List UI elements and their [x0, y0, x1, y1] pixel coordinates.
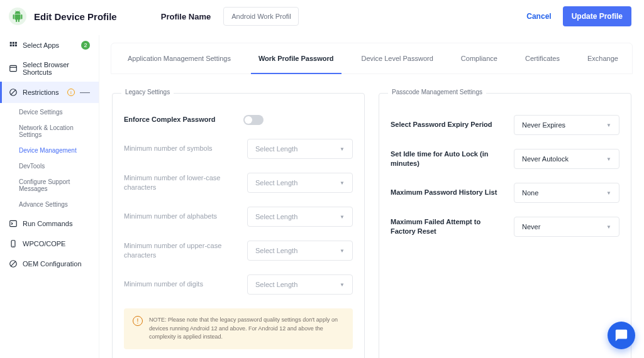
sidebar-item-oem-configuration[interactable]: OEM Configuration [0, 254, 99, 274]
chevron-down-icon: ▼ [340, 214, 345, 220]
tab-device-level-password[interactable]: Device Level Password [348, 43, 447, 73]
info-icon: i [67, 89, 75, 96]
min-lowercase-select[interactable]: Select Length▼ [247, 173, 353, 193]
terminal-icon [9, 219, 18, 228]
password-history-label: Maximum Password History List [391, 188, 506, 197]
block-icon [9, 88, 18, 97]
apps-count-badge: 2 [81, 41, 90, 50]
tabs: Application Management Settings Work Pro… [111, 43, 633, 74]
min-alphabets-label: Minimum number of alphabets [124, 212, 240, 221]
svg-rect-1 [13, 42, 14, 44]
note-text: NOTE: Please note that the legacy passwo… [149, 316, 344, 342]
sub-item-devtools[interactable]: DevTools [0, 158, 99, 174]
sidebar-item-label: Select Apps [23, 41, 76, 49]
sub-item-device-management[interactable]: Device Management [0, 143, 99, 158]
chat-fab[interactable] [608, 322, 635, 349]
min-digits-label: Minimum number of digits [124, 279, 240, 289]
sidebar-item-label: Restrictions [23, 89, 61, 96]
svg-rect-10 [10, 220, 17, 226]
svg-rect-4 [13, 45, 14, 46]
device-icon [9, 239, 18, 248]
tab-compliance[interactable]: Compliance [447, 43, 511, 73]
password-expiry-label: Select Password Expiry Period [391, 120, 506, 129]
sub-item-advance-settings[interactable]: Advance Settings [0, 197, 99, 212]
idle-autolock-select[interactable]: Never Autolock▼ [514, 149, 619, 169]
chevron-down-icon: ▼ [340, 180, 345, 186]
tab-app-management[interactable]: Application Management Settings [114, 43, 245, 73]
sidebar-item-select-apps[interactable]: Select Apps 2 [0, 35, 99, 55]
svg-rect-5 [15, 45, 17, 46]
sidebar-item-label: OEM Configuration [23, 260, 90, 268]
profile-name-input[interactable] [223, 7, 299, 26]
update-profile-button[interactable]: Update Profile [563, 6, 631, 26]
enforce-complex-password-label: Enforce Complex Password [124, 115, 236, 124]
panel-title: Legacy Settings [121, 89, 174, 95]
min-symbols-select[interactable]: Select Length▼ [247, 139, 353, 159]
browser-icon [9, 64, 18, 73]
password-expiry-select[interactable]: Never Expires▼ [514, 115, 619, 135]
failed-attempt-reset-select[interactable]: Never▼ [514, 217, 619, 237]
sub-item-support-messages[interactable]: Configure Support Messages [0, 174, 99, 197]
chevron-down-icon: ▼ [606, 156, 611, 162]
min-lowercase-label: Minimum number of lower-case characters [124, 173, 240, 193]
android-logo-icon [9, 8, 26, 25]
tab-certificates[interactable]: Certificates [511, 43, 574, 73]
password-history-select[interactable]: None▼ [514, 183, 619, 203]
sidebar-item-browser-shortcuts[interactable]: Select Browser Shortcuts [0, 55, 99, 82]
svg-rect-3 [10, 45, 12, 46]
sidebar-item-wpco-cope[interactable]: WPCO/COPE [0, 234, 99, 254]
sub-item-network-location[interactable]: Network & Location Settings [0, 120, 99, 143]
chevron-down-icon: ▼ [340, 282, 345, 288]
min-alphabets-select[interactable]: Select Length▼ [247, 207, 353, 227]
chevron-down-icon: ▼ [606, 224, 611, 230]
header: Edit Device Profile Profile Name Cancel … [0, 0, 644, 35]
apps-icon [9, 41, 18, 50]
sidebar-item-label: Select Browser Shortcuts [23, 61, 90, 76]
sidebar-item-restrictions[interactable]: Restrictions i — [0, 82, 99, 103]
sidebar-item-run-commands[interactable]: Run Commands [0, 214, 99, 234]
min-uppercase-select[interactable]: Select Length▼ [247, 241, 353, 261]
idle-autolock-label: Set Idle time for Auto Lock (in minutes) [391, 149, 506, 169]
legacy-settings-panel: Legacy Settings Enforce Complex Password… [112, 93, 365, 358]
min-symbols-label: Minimum number of symbols [124, 144, 240, 153]
enforce-complex-password-toggle[interactable] [243, 115, 264, 125]
svg-rect-0 [10, 42, 12, 44]
profile-name-field: Profile Name [161, 7, 299, 26]
sidebar-item-label: WPCO/COPE [23, 240, 90, 247]
page-title: Edit Device Profile [34, 11, 117, 22]
collapse-icon[interactable]: — [80, 87, 90, 97]
restrictions-submenu: Device Settings Network & Location Setti… [0, 103, 99, 214]
failed-attempt-reset-label: Maximum Failed Attempt to Factory Reset [391, 217, 506, 237]
chevron-down-icon: ▼ [606, 122, 611, 128]
legacy-note: ! NOTE: Please note that the legacy pass… [124, 308, 353, 349]
profile-name-label: Profile Name [161, 12, 211, 21]
tab-work-profile-password[interactable]: Work Profile Password [245, 43, 348, 73]
tab-exchange[interactable]: Exchange [574, 43, 632, 73]
sidebar-item-label: Run Commands [23, 220, 90, 227]
main-content: Application Management Settings Work Pro… [99, 35, 644, 358]
svg-rect-2 [15, 42, 17, 44]
panel-title: Passcode Management Settings [388, 89, 486, 95]
chevron-down-icon: ▼ [340, 248, 345, 254]
warning-icon: ! [133, 316, 143, 326]
svg-line-9 [11, 90, 16, 95]
block-icon [9, 259, 18, 268]
svg-line-14 [11, 261, 16, 266]
sub-item-device-settings[interactable]: Device Settings [0, 104, 99, 120]
chevron-down-icon: ▼ [340, 146, 345, 152]
min-uppercase-label: Minimum number of upper-case characters [124, 241, 240, 261]
min-digits-select[interactable]: Select Length▼ [247, 274, 353, 295]
passcode-management-panel: Passcode Management Settings Select Pass… [379, 93, 631, 358]
svg-rect-6 [10, 65, 17, 71]
sidebar: Select Apps 2 Select Browser Shortcuts R… [0, 35, 99, 358]
cancel-button[interactable]: Cancel [523, 6, 555, 26]
chevron-down-icon: ▼ [606, 190, 611, 196]
chat-icon [614, 328, 628, 342]
